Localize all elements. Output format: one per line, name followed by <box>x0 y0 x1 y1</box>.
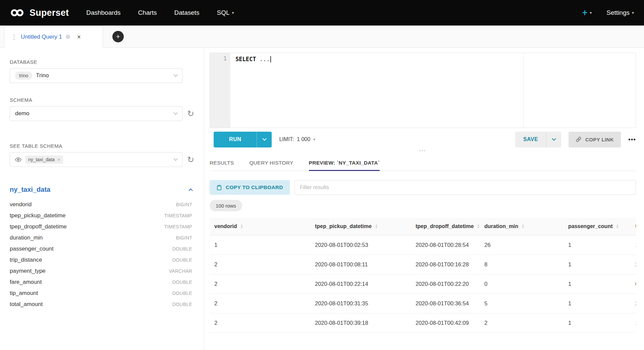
column-type: BIGINT <box>176 202 192 207</box>
new-item-button[interactable]: + ▾ <box>582 8 592 17</box>
run-options-button[interactable] <box>257 132 272 147</box>
remove-table-icon[interactable]: × <box>57 157 60 162</box>
table-select[interactable]: ny_taxi_data × <box>10 152 182 167</box>
table-schema-label: SEE TABLE SCHEMA <box>10 143 204 149</box>
sort-icons[interactable]: ▲ ▼ <box>240 224 243 229</box>
table-cell: 2.83 <box>631 255 636 274</box>
column-type: DOUBLE <box>172 291 192 296</box>
tab-preview-ny-taxi-data[interactable]: PREVIEW: `NY_TAXI_DATA` <box>309 155 380 171</box>
column-header[interactable]: vendorid ▲ ▼ <box>210 218 310 235</box>
column-name: tip_amount <box>10 290 38 297</box>
column-header[interactable]: tpep_pickup_datetime ▲ ▼ <box>310 218 411 235</box>
add-tab-button[interactable]: + <box>112 31 124 42</box>
clipboard-icon <box>216 185 222 190</box>
query-tab-label: Untitled Query 1 <box>21 34 62 40</box>
column-header[interactable]: trip_distance ▲ ▼ <box>631 218 636 235</box>
settings-menu[interactable]: Settings ▾ <box>606 9 634 16</box>
close-tab-icon[interactable]: × <box>77 33 81 41</box>
table-tag: ny_taxi_data × <box>25 156 63 164</box>
table-cell: 2020-08-01T00:36:54 <box>411 294 480 313</box>
pane-resize-handle[interactable]: ••• <box>210 148 636 153</box>
results-tabbar: RESULTS QUERY HISTORY PREVIEW: `NY_TAXI_… <box>210 155 636 171</box>
column-type: DOUBLE <box>172 302 192 307</box>
results-actions: COPY TO CLIPBOARD <box>210 180 636 195</box>
more-options-button[interactable]: ••• <box>628 136 636 143</box>
limit-dropdown[interactable]: LIMIT: 1 000 ▾ <box>279 136 315 142</box>
plus-icon: + <box>582 8 588 17</box>
schema-column-row: fare_amount DOUBLE <box>10 276 192 288</box>
schema-column-list: vendorid BIGINT tpep_pickup_datetime TIM… <box>10 199 192 310</box>
nav-right: + ▾ Settings ▾ <box>582 8 634 17</box>
table-cell: 1 <box>564 294 631 313</box>
unsaved-indicator <box>66 35 70 39</box>
plus-icon: + <box>116 33 120 41</box>
column-name: tpep_dropoff_datetime <box>10 223 67 230</box>
sort-down-icon: ▼ <box>375 226 378 229</box>
query-tab[interactable]: ⋮ Untitled Query 1 × <box>4 26 103 48</box>
column-header[interactable]: duration_min ▲ ▼ <box>480 218 564 235</box>
table-cell: 1 <box>564 255 631 274</box>
limit-label: LIMIT: <box>279 136 294 142</box>
grip-icon: ••• <box>419 149 426 152</box>
table-cell: 1 <box>564 274 631 294</box>
infinity-logo-icon <box>10 8 25 17</box>
table-cell: 0 <box>480 274 564 294</box>
superset-logo[interactable]: Superset <box>10 8 69 18</box>
main-menu: Dashboards Charts Datasets SQL ▾ <box>86 9 234 16</box>
table-cell: 2020-08-01T00:31:35 <box>310 294 411 313</box>
save-options-button[interactable] <box>546 132 561 147</box>
top-nav: Superset Dashboards Charts Datasets SQL … <box>0 0 644 26</box>
schema-select[interactable]: demo <box>10 106 182 121</box>
filter-results-input[interactable] <box>294 180 636 195</box>
nav-item-charts[interactable]: Charts <box>138 9 157 16</box>
table-cell: 2020-08-01T00:39:18 <box>310 313 411 333</box>
database-value: Trino <box>36 72 49 79</box>
tab-query-history[interactable]: QUERY HISTORY <box>249 155 293 171</box>
refresh-icon: ↻ <box>187 109 194 118</box>
sort-icons[interactable]: ▲ ▼ <box>522 224 524 229</box>
table-cell: 1 <box>210 235 310 255</box>
column-type: DOUBLE <box>172 279 192 285</box>
collapse-chevron-up-icon[interactable] <box>189 188 193 193</box>
sql-editor[interactable]: 1 SELECT ... <box>210 53 636 128</box>
sort-icons[interactable]: ▲ ▼ <box>616 224 619 229</box>
schema-label: SCHEMA <box>10 97 204 103</box>
table-cell: 2 <box>480 313 564 333</box>
column-name: trip_distance <box>10 257 42 263</box>
table-cell: 2020-08-01T00:02:53 <box>310 235 411 255</box>
save-button[interactable]: SAVE <box>515 132 546 147</box>
refresh-schema-button[interactable]: ↻ <box>187 110 194 118</box>
sql-rest: ... <box>256 56 270 62</box>
caret-down-icon: ▾ <box>632 10 634 15</box>
refresh-tables-button[interactable]: ↻ <box>187 156 194 164</box>
table-cell: 26 <box>480 235 564 255</box>
table-row: 2 2020-08-01T00:39:18 2020-08-01T00:42:0… <box>210 313 636 333</box>
column-type: DOUBLE <box>172 246 192 252</box>
nav-item-dashboards[interactable]: Dashboards <box>86 9 120 16</box>
save-button-group: SAVE <box>515 132 561 147</box>
table-name-title[interactable]: ny_taxi_data <box>10 186 50 193</box>
chevron-down-icon <box>552 136 556 141</box>
table-cell: 2020-08-01T00:16:28 <box>411 255 480 274</box>
copy-to-clipboard-button[interactable]: COPY TO CLIPBOARD <box>210 180 290 195</box>
tab-results[interactable]: RESULTS <box>210 155 234 171</box>
nav-item-sql[interactable]: SQL ▾ <box>217 9 234 16</box>
drag-handle-icon[interactable]: ⋮ <box>11 33 17 41</box>
schema-column-row: passenger_count DOUBLE <box>10 243 192 254</box>
refresh-icon: ↻ <box>187 155 194 164</box>
column-header[interactable]: passenger_count ▲ ▼ <box>564 218 631 235</box>
schema-column-row: tpep_dropoff_datetime TIMESTAMP <box>10 221 192 232</box>
brand-name: Superset <box>30 8 69 18</box>
column-header[interactable]: tpep_dropoff_datetime ▲ ▼ <box>411 218 480 235</box>
chevron-down-icon <box>262 136 267 141</box>
database-select[interactable]: trino Trino <box>10 68 182 83</box>
nav-item-datasets[interactable]: Datasets <box>174 9 200 16</box>
copy-link-button[interactable]: COPY LINK <box>569 132 621 147</box>
sort-icons[interactable]: ▲ ▼ <box>375 224 378 229</box>
run-button[interactable]: RUN <box>214 132 257 147</box>
table-cell: 2020-08-01T00:08:11 <box>310 255 411 274</box>
column-header-label: tpep_pickup_datetime <box>315 223 372 229</box>
results-table-container: vendorid ▲ ▼ tpep_pickup_da <box>210 218 636 333</box>
sort-icons[interactable]: ▲ ▼ <box>477 224 480 229</box>
sqllab-sidebar: DATABASE trino Trino SCHEMA demo ↻ SEE T… <box>0 48 204 350</box>
